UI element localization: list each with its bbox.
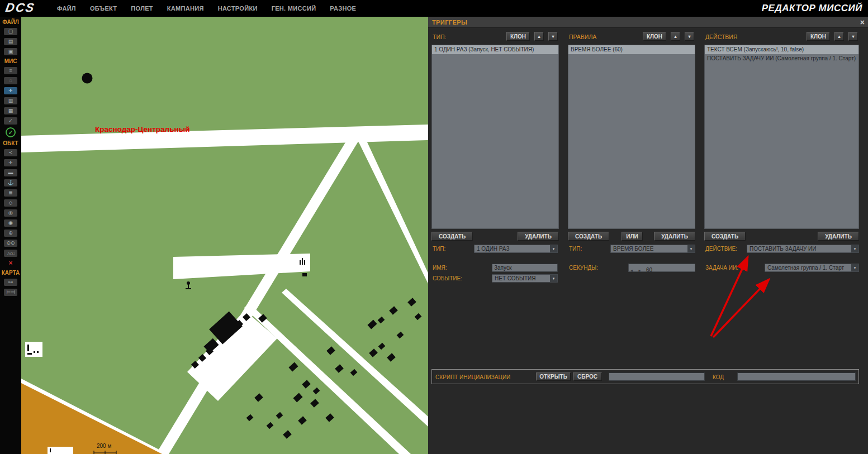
- new-mission-icon[interactable]: ▢: [4, 28, 17, 35]
- menu-mission-generator[interactable]: ГЕН. МИССИЙ: [272, 5, 316, 12]
- static-object-icon[interactable]: ◎: [4, 209, 17, 217]
- clone-action-button[interactable]: КЛОН: [807, 32, 830, 41]
- seconds-value: 60: [646, 266, 652, 274]
- delete-action-button[interactable]: УДАЛИТЬ: [818, 232, 859, 241]
- action-dropdown[interactable]: ПОСТАВИТЬ ЗАДАЧУ ИИ ▾: [747, 245, 859, 253]
- trigger-type-label: ТИП:: [433, 246, 445, 252]
- types-column-title: ТИП:: [433, 34, 446, 40]
- rules-column-title: ПРАВИЛА: [569, 34, 596, 40]
- actions-column: ДЕЙСТВИЯ КЛОН ▴ ▾ ТЕКСТ ВСЕМ (Запускаюсь…: [704, 17, 859, 385]
- move-action-down-button[interactable]: ▾: [848, 32, 858, 41]
- map-area[interactable]: Краснодар-Центральный 200 м: [21, 17, 428, 454]
- ai-task-value: Самолетная группа / 1. Старт: [767, 265, 851, 271]
- farp-icon[interactable]: ⊕: [4, 230, 17, 237]
- chevron-down-icon[interactable]: ▾: [851, 245, 858, 252]
- create-action-button[interactable]: СОЗДАТЬ: [704, 232, 746, 241]
- action-label: ДЕЙСТВИЕ:: [705, 246, 737, 252]
- rule-list-item[interactable]: ВРЕМЯ БОЛЕЕ (60): [568, 45, 695, 54]
- decrement-icon[interactable]: ◂: [629, 267, 634, 274]
- mission-check-icon[interactable]: ✓: [6, 127, 16, 137]
- chevron-down-icon[interactable]: ▾: [550, 275, 557, 282]
- briefing-icon[interactable]: ≡: [4, 67, 17, 74]
- reset-script-button[interactable]: СБРОС: [573, 372, 602, 381]
- validate-icon[interactable]: ✓: [4, 117, 17, 125]
- map-svg: Краснодар-Центральный 200 м: [21, 17, 428, 454]
- action-value: ПОСТАВИТЬ ЗАДАЧУ ИИ: [750, 246, 851, 252]
- trigger-type-value: 1 ОДИН РАЗ: [477, 246, 549, 252]
- map-key-icon[interactable]: ⊶: [4, 279, 17, 286]
- rules-list[interactable]: ВРЕМЯ БОЛЕЕ (60): [568, 45, 695, 229]
- left-toolbar: ФАЙЛ ▢ ▤ ▣ МИС ≡ ◌ ✈ ▥ ▦ ✓ ✓ ОБКТ ≺ ✈ ▬ …: [0, 17, 21, 454]
- group-label-objects: ОБКТ: [0, 140, 21, 146]
- create-trigger-button[interactable]: СОЗДАТЬ: [431, 232, 473, 241]
- menu-strip: ФАЙЛ ОБЪЕКТ ПОЛЕТ КАМПАНИЯ НАСТРОЙКИ ГЕН…: [57, 0, 356, 17]
- city-marker-dot[interactable]: [82, 73, 93, 84]
- summary-icon[interactable]: ▦: [4, 107, 17, 114]
- open-mission-icon[interactable]: ▤: [4, 38, 17, 45]
- dcs-logo: DCS: [4, 1, 36, 15]
- ship-icon[interactable]: ⚓: [4, 179, 17, 187]
- trigger-name-label: ИМЯ:: [433, 265, 447, 271]
- code-input[interactable]: [737, 372, 856, 381]
- script-file-input[interactable]: [609, 372, 705, 381]
- convoy-icon[interactable]: ≣: [4, 189, 17, 197]
- chevron-down-icon[interactable]: ▾: [687, 245, 695, 252]
- delete-rule-button[interactable]: УДАЛИТЬ: [654, 232, 695, 241]
- move-action-up-button[interactable]: ▴: [834, 32, 844, 41]
- trigger-list-item[interactable]: 1 ОДИН РАЗ (Запуск, НЕТ СОБЫТИЯ): [432, 45, 558, 54]
- loadout-icon[interactable]: ▥: [4, 97, 17, 104]
- seconds-stepper[interactable]: ◂ ▸ 60: [628, 264, 695, 272]
- chevron-down-icon[interactable]: ▾: [550, 245, 557, 252]
- rule-type-dropdown[interactable]: ВРЕМЯ БОЛЕЕ ▾: [610, 245, 695, 253]
- action-list-item[interactable]: ПОСТАВИТЬ ЗАДАЧУ ИИ (Самолетная группа /…: [705, 54, 858, 63]
- triggers-panel: ТРИГГЕРЫ × ТИП: КЛОН ▴ ▾ 1 ОДИН РАЗ (Зап…: [428, 17, 868, 454]
- clone-rule-button[interactable]: КЛОН: [643, 32, 666, 41]
- increment-icon[interactable]: ▸: [637, 267, 642, 274]
- ruler-icon[interactable]: ⊢⊣: [4, 289, 17, 296]
- trigger-name-input[interactable]: [492, 264, 558, 272]
- close-icon[interactable]: ×: [860, 18, 865, 27]
- action-list-item[interactable]: ТЕКСТ ВСЕМ (Запускаюсь!, 10, false): [705, 45, 858, 54]
- triggers-list[interactable]: 1 ОДИН РАЗ (Запуск, НЕТ СОБЫТИЯ): [431, 45, 559, 229]
- menu-misc[interactable]: РАЗНОЕ: [330, 5, 356, 12]
- trigger-event-label: СОБЫТИЕ:: [433, 275, 462, 281]
- delete-object-icon[interactable]: ×: [4, 260, 17, 267]
- chevron-down-icon[interactable]: ▾: [851, 264, 858, 271]
- actions-column-title: ДЕЙСТВИЯ: [705, 34, 737, 40]
- ai-task-dropdown[interactable]: Самолетная группа / 1. Старт ▾: [765, 264, 859, 272]
- menu-campaign[interactable]: КАМПАНИЯ: [167, 5, 204, 12]
- move-rule-down-button[interactable]: ▾: [685, 32, 694, 41]
- init-script-label: СКРИПТ ИНИЦИАЛИЗАЦИИ: [435, 374, 510, 380]
- save-mission-icon[interactable]: ▣: [4, 48, 17, 55]
- clone-trigger-button[interactable]: КЛОН: [506, 32, 530, 41]
- ai-task-label: ЗАДАЧА ИИ:: [705, 265, 738, 271]
- move-rule-up-button[interactable]: ▴: [671, 32, 680, 41]
- actions-list[interactable]: ТЕКСТ ВСЕМ (Запускаюсь!, 10, false) ПОСТ…: [704, 45, 859, 229]
- template-icon[interactable]: △◇□: [4, 250, 17, 257]
- menu-file[interactable]: ФАЙЛ: [57, 5, 76, 12]
- menu-flight[interactable]: ПОЛЕТ: [131, 5, 153, 12]
- airplane-icon[interactable]: ✈: [4, 159, 17, 166]
- group-label-mission: МИС: [0, 58, 21, 64]
- editor-title: РЕДАКТОР МИССИЙ: [762, 3, 862, 14]
- create-rule-button[interactable]: СОЗДАТЬ: [568, 232, 609, 241]
- rule-type-label: ТИП:: [569, 246, 582, 252]
- top-menu-bar: DCS ФАЙЛ ОБЪЕКТ ПОЛЕТ КАМПАНИЯ НАСТРОЙКИ…: [0, 0, 868, 17]
- menu-object[interactable]: ОБЪЕКТ: [90, 5, 117, 12]
- routes-icon[interactable]: ✈: [4, 87, 17, 94]
- waypoint-icon[interactable]: ◇: [4, 199, 17, 207]
- move-trigger-down-button[interactable]: ▾: [548, 32, 558, 41]
- scale-label: 200 м: [97, 443, 111, 449]
- helicopter-icon[interactable]: ≺: [4, 149, 17, 156]
- weather-icon[interactable]: ◌: [4, 77, 17, 84]
- delete-trigger-button[interactable]: УДАЛИТЬ: [518, 232, 559, 241]
- ground-unit-icon[interactable]: ▬: [4, 169, 17, 176]
- or-rule-button[interactable]: ИЛИ: [622, 232, 643, 241]
- airfield-icon[interactable]: ◉: [4, 219, 17, 227]
- group-marker-icon[interactable]: ⊙⊙: [4, 240, 17, 247]
- trigger-type-dropdown[interactable]: 1 ОДИН РАЗ ▾: [474, 245, 558, 253]
- move-trigger-up-button[interactable]: ▴: [534, 32, 544, 41]
- menu-settings[interactable]: НАСТРОЙКИ: [218, 5, 258, 12]
- open-script-button[interactable]: ОТКРЫТЬ: [536, 372, 571, 381]
- trigger-event-dropdown[interactable]: НЕТ СОБЫТИЯ ▾: [492, 274, 558, 283]
